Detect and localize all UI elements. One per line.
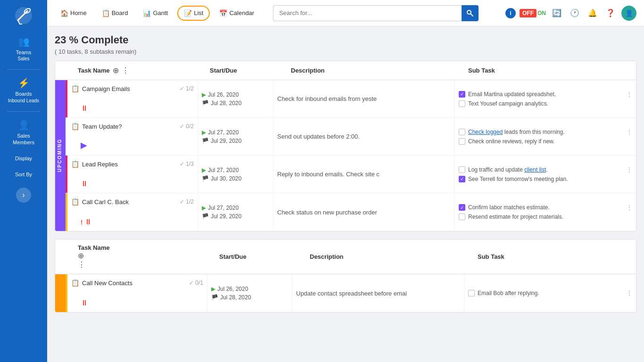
sidebar-item-display[interactable]: Display <box>0 150 47 166</box>
progress-sub: ( 10 tasks, 8 subtasks remain) <box>55 48 636 55</box>
subtask-checkbox[interactable] <box>468 290 475 296</box>
task-controls: ⏸ <box>71 104 194 113</box>
pause-icon[interactable]: ⏸ <box>81 104 88 113</box>
header-description: Description <box>281 67 459 74</box>
nav-gantt[interactable]: 📊 Gantt <box>137 7 173 20</box>
subtask-checkbox[interactable] <box>459 138 465 145</box>
topnav-actions: i OFF ON 🔄 🕐 🔔 ❓ 👤 <box>505 6 636 21</box>
subtask-cell: Email Bob after replying. ⋮ <box>464 274 636 312</box>
subtask-cell: Log traffic and update client list. ⋮ ✓ … <box>454 156 636 193</box>
task-controls: ▶ <box>71 140 194 150</box>
subtask-checkbox[interactable] <box>459 129 465 135</box>
calendar-icon: 📅 <box>219 9 227 17</box>
subtask-checkbox[interactable] <box>459 100 465 107</box>
header-start-due-2: Start/Due <box>215 253 300 260</box>
sidebar: 👥 Teams Sales ⚡ Boards Inbound Leads 👤 S… <box>0 0 47 362</box>
boards-icon: ⚡ <box>18 77 30 89</box>
header-subtask-2: Sub Task <box>468 253 636 260</box>
sidebar-expand-btn[interactable]: › <box>16 188 31 203</box>
header-task-name: Task Name ⊕ ⋮ <box>74 66 206 75</box>
subtask-menu-btn[interactable]: ⋮ <box>627 129 632 135</box>
date-cell: ▶Jul 26, 2020 🏴Jul 28, 2020 <box>198 80 273 117</box>
help-button[interactable]: ❓ <box>603 6 618 20</box>
nav-calendar[interactable]: 📅 Calendar <box>214 7 260 20</box>
task-name-inner: 📋 Call Carl C. Back ✓ 1/2 <box>71 198 194 206</box>
content-area: 23 % Complete ( 10 tasks, 8 subtasks rem… <box>47 26 644 362</box>
auto-toggle[interactable]: OFF ON <box>520 9 546 17</box>
nav-board[interactable]: 📋 Board <box>96 7 134 20</box>
task-name-text[interactable]: Team Update? <box>82 123 122 130</box>
subtask-menu-btn[interactable]: ⋮ <box>627 290 632 296</box>
notifications-button[interactable]: 🔔 <box>586 6 600 20</box>
subtask-item: Resend estimate for project materials. <box>459 214 632 220</box>
task-name-cell: 📋 Call Carl C. Back ✓ 1/2 ! ⏸ <box>66 193 198 231</box>
task-menu-btn-2[interactable]: ⋮ <box>78 260 85 269</box>
subtask-checkbox[interactable]: ✓ <box>459 176 465 182</box>
subtask-menu-btn[interactable]: ⋮ <box>627 204 632 211</box>
subtask-item: Log traffic and update client list. ⋮ <box>459 166 632 173</box>
info-button[interactable]: i <box>505 8 516 18</box>
subtask-item: Text Yousef campaign analytics. <box>459 100 632 107</box>
task-type-icon: 📋 <box>71 123 79 130</box>
subtask-cell: ✓ Confirm labor matches estimate. ⋮ Rese… <box>454 193 636 231</box>
teams-icon: 👥 <box>18 36 30 47</box>
nav-home[interactable]: 🏠 Home <box>55 7 92 20</box>
play-icon[interactable]: ▶ <box>81 140 87 150</box>
task-name-text[interactable]: Call Carl C. Back <box>82 198 129 206</box>
task-name-text[interactable]: Lead Replies <box>82 161 118 168</box>
desc-cell: Reply to inbound emails. Check site c <box>273 156 454 193</box>
board-icon: 📋 <box>102 9 110 17</box>
subtask-cell: ✓ Email Martina updated spreadshet. ⋮ Te… <box>454 80 636 117</box>
subtask-checkbox[interactable] <box>459 166 465 173</box>
task-name-cell: 📋 Call New Contacts ✓ 0/1 ⏸ <box>66 274 207 312</box>
progress-section: 23 % Complete ( 10 tasks, 8 subtasks rem… <box>55 34 636 55</box>
task-type-icon: 📋 <box>71 279 79 287</box>
task-check-count: ✓ 1/2 <box>180 198 194 205</box>
task-menu-btn[interactable]: ⋮ <box>122 66 129 75</box>
date-cell: ▶Jul 26, 2020 🏴Jul 28, 2020 <box>207 274 292 312</box>
task-name-text[interactable]: Campaign Emails <box>82 85 130 92</box>
task-name-cell: 📋 Campaign Emails ✓ 1/2 ⏸ <box>66 80 198 117</box>
task-name-cell: 📋 Team Update? ✓ 0/2 ▶ <box>66 118 198 155</box>
task-name-text[interactable]: Call New Contacts <box>82 280 132 287</box>
flag-icon: 🏴 <box>202 100 209 107</box>
add-task-btn[interactable]: ⊕ <box>113 66 119 75</box>
pause-icon[interactable]: ⏸ <box>81 299 88 307</box>
sidebar-item-teams[interactable]: 👥 Teams Sales <box>0 31 47 66</box>
app-logo[interactable] <box>12 4 35 27</box>
subtask-menu-btn[interactable]: ⋮ <box>627 166 632 173</box>
exclamation-icon: ! <box>81 219 83 226</box>
subtask-checkbox[interactable] <box>459 214 465 220</box>
task-check-count: ✓ 0/2 <box>180 123 194 130</box>
sidebar-item-sort[interactable]: Sort By <box>0 166 47 182</box>
date-cell: ▶Jul 27, 2020 🏴Jul 29, 2020 <box>198 193 273 231</box>
table-row: 📋 Campaign Emails ✓ 1/2 ⏸ ▶Jul 26, 2020 … <box>66 80 636 118</box>
add-task-btn-2[interactable]: ⊕ <box>78 251 84 260</box>
list-icon: 📝 <box>184 9 192 17</box>
desc-cell: Send out updates before 2:00. <box>273 118 454 155</box>
pause-icon[interactable]: ⏸ <box>84 218 92 226</box>
subtask-item: Check online reviews, reply if new. <box>459 138 632 145</box>
clock-button[interactable]: 🕐 <box>568 6 582 20</box>
subtask-checkbox[interactable]: ✓ <box>459 204 465 211</box>
task-type-icon: 📋 <box>71 160 79 168</box>
sidebar-item-boards[interactable]: ⚡ Boards Inbound Leads <box>0 73 47 108</box>
header-subtask: Sub Task <box>459 67 636 74</box>
nav-list[interactable]: 📝 List <box>177 6 210 21</box>
search-button[interactable] <box>462 5 479 21</box>
task-check-count: ✓ 1/2 <box>180 85 194 92</box>
flag-icon: 🏴 <box>202 175 209 182</box>
sidebar-item-sales[interactable]: 👤 Sales Members <box>0 115 47 151</box>
pause-icon[interactable]: ⏸ <box>81 180 88 188</box>
user-avatar[interactable]: 👤 <box>621 6 636 21</box>
search-input[interactable] <box>273 5 462 21</box>
table-header-row-2: Task Name ⊕ ⋮ Start/Due Description Sub … <box>55 239 636 274</box>
task-name-inner: 📋 Team Update? ✓ 0/2 <box>71 123 194 130</box>
flag-icon: 🏴 <box>211 294 218 301</box>
refresh-button[interactable]: 🔄 <box>550 6 564 20</box>
sidebar-boards-label: Boards Inbound Leads <box>8 90 39 103</box>
table-row: 📋 Call New Contacts ✓ 0/1 ⏸ ▶Jul 26, 202… <box>66 274 636 312</box>
subtask-checkbox[interactable]: ✓ <box>459 91 465 98</box>
sidebar-display-label: Display <box>15 155 32 162</box>
subtask-menu-btn[interactable]: ⋮ <box>627 91 632 98</box>
